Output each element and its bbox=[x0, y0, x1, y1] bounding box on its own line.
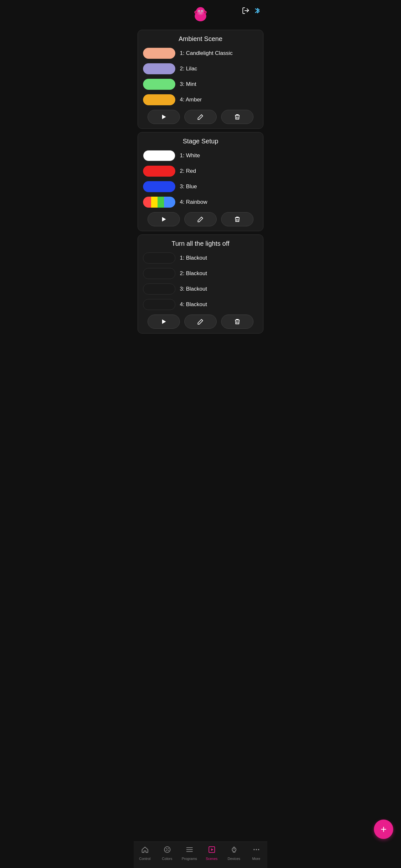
color-swatch-2 bbox=[143, 63, 175, 74]
svg-point-11 bbox=[199, 12, 202, 14]
scene-card-ambient: Ambient Scene 1: Candlelight Classic 2: … bbox=[137, 30, 264, 129]
color-label-1: 1: Candlelight Classic bbox=[180, 50, 233, 57]
color-item-1: 1: Candlelight Classic bbox=[143, 48, 258, 59]
scene-actions-stage bbox=[143, 212, 258, 226]
stage-swatch-2 bbox=[143, 166, 175, 177]
edit-button-blackout[interactable] bbox=[184, 314, 217, 329]
blackout-color-item-1: 1: Blackout bbox=[143, 252, 258, 264]
svg-marker-14 bbox=[162, 115, 166, 119]
play-button-blackout[interactable] bbox=[148, 314, 180, 329]
delete-button-stage[interactable] bbox=[221, 212, 253, 226]
color-item-3: 3: Mint bbox=[143, 79, 258, 90]
stage-label-1: 1: White bbox=[180, 152, 200, 159]
blackout-swatch-2 bbox=[143, 268, 175, 279]
blackout-label-3: 3: Blackout bbox=[180, 286, 207, 292]
scene-actions-ambient bbox=[143, 110, 258, 124]
play-button-ambient[interactable] bbox=[148, 110, 180, 124]
blackout-swatch-4 bbox=[143, 299, 175, 310]
blackout-label-2: 2: Blackout bbox=[180, 270, 207, 277]
color-item-2: 2: Lilac bbox=[143, 63, 258, 74]
color-label-2: 2: Lilac bbox=[180, 66, 197, 72]
color-label-4: 4: Amber bbox=[180, 97, 202, 103]
login-icon[interactable] bbox=[242, 6, 250, 17]
blackout-color-item-2: 2: Blackout bbox=[143, 268, 258, 279]
svg-point-10 bbox=[202, 11, 203, 11]
scene-title-stage: Stage Setup bbox=[143, 137, 258, 145]
delete-button-blackout[interactable] bbox=[221, 314, 253, 329]
svg-marker-15 bbox=[162, 217, 166, 221]
color-swatch-1 bbox=[143, 48, 175, 59]
app-logo bbox=[191, 5, 210, 23]
stage-color-item-1: 1: White bbox=[143, 150, 258, 161]
stage-swatch-3 bbox=[143, 181, 175, 192]
svg-point-12 bbox=[200, 12, 201, 13]
blackout-swatch-3 bbox=[143, 283, 175, 294]
header-icons bbox=[242, 6, 261, 17]
stage-color-item-2: 2: Red bbox=[143, 166, 258, 177]
color-swatch-3 bbox=[143, 79, 175, 90]
svg-point-13 bbox=[201, 12, 202, 13]
stage-swatch-1 bbox=[143, 150, 175, 161]
stage-color-item-3: 3: Blue bbox=[143, 181, 258, 192]
scene-actions-blackout bbox=[143, 314, 258, 329]
scene-card-blackout: Turn all the lights off 1: Blackout 2: B… bbox=[137, 235, 264, 334]
color-swatch-4 bbox=[143, 94, 175, 105]
blackout-color-item-4: 4: Blackout bbox=[143, 299, 258, 310]
scene-card-stage: Stage Setup 1: White 2: Red 3: Blue 4: R… bbox=[137, 132, 264, 231]
blackout-color-item-3: 3: Blackout bbox=[143, 283, 258, 294]
stage-label-2: 2: Red bbox=[180, 168, 196, 175]
color-item-4: 4: Amber bbox=[143, 94, 258, 105]
header bbox=[134, 0, 267, 27]
svg-marker-16 bbox=[162, 319, 166, 324]
blackout-label-1: 1: Blackout bbox=[180, 255, 207, 261]
bluetooth-icon[interactable] bbox=[254, 6, 261, 17]
stage-label-4: 4: Rainbow bbox=[180, 199, 207, 206]
play-button-stage[interactable] bbox=[148, 212, 180, 226]
scene-title-ambient: Ambient Scene bbox=[143, 35, 258, 42]
blackout-swatch-1 bbox=[143, 252, 175, 264]
stage-label-3: 3: Blue bbox=[180, 183, 197, 190]
scene-title-blackout: Turn all the lights off bbox=[143, 240, 258, 247]
stage-swatch-4 bbox=[143, 197, 175, 208]
svg-point-5 bbox=[204, 11, 206, 13]
scenes-list: Ambient Scene 1: Candlelight Classic 2: … bbox=[134, 27, 267, 366]
svg-point-9 bbox=[198, 11, 199, 11]
edit-button-ambient[interactable] bbox=[184, 110, 217, 124]
edit-button-stage[interactable] bbox=[184, 212, 217, 226]
monkey-logo-icon bbox=[191, 5, 210, 23]
color-label-3: 3: Mint bbox=[180, 81, 196, 88]
delete-button-ambient[interactable] bbox=[221, 110, 253, 124]
svg-point-4 bbox=[195, 11, 197, 13]
stage-color-item-4: 4: Rainbow bbox=[143, 197, 258, 208]
blackout-label-4: 4: Blackout bbox=[180, 301, 207, 308]
